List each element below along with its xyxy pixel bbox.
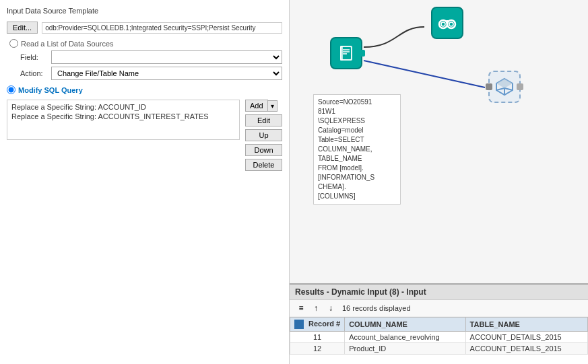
svg-rect-2 — [341, 47, 351, 59]
row-2-column-name: Product_ID — [345, 343, 465, 355]
table-header: Record # COLUMN_NAME TABLE_NAME — [290, 318, 588, 332]
field-select[interactable] — [51, 50, 282, 64]
replace-buttons-row: Replace a Specific String: ACCOUNT_ID Re… — [7, 100, 282, 171]
replace-line-2: Replace a Specific String: ACCOUNTS_INTE… — [11, 112, 235, 120]
up-button[interactable]: Up — [245, 129, 282, 141]
results-toolbar: ≡ ↑ ↓ 16 records displayed — [290, 300, 588, 317]
col-table-name: TABLE_NAME — [465, 318, 587, 332]
svg-point-10 — [441, 22, 445, 26]
action-row: Action: Change File/Table Name — [9, 67, 282, 80]
col-record-icon — [294, 320, 304, 329]
row-1-table-name: ACCOUNT_DETAILS_2015 — [465, 332, 587, 343]
add-button[interactable]: Add — [245, 100, 268, 112]
action-label: Action: — [20, 69, 47, 77]
dynamic-node-left-connector — [486, 83, 492, 90]
read-list-radio[interactable] — [9, 39, 18, 48]
table-body: 11 Account_balance_revolving ACCOUNT_DET… — [290, 332, 588, 355]
tooltip-text: Source=NO2059181W1\SQLEXPRESSCatalog=mod… — [318, 98, 396, 201]
row-1-record: 11 — [290, 332, 345, 343]
sort-asc-icon[interactable]: ↑ — [310, 302, 322, 314]
edit-action-button[interactable]: Edit — [245, 114, 282, 126]
svg-rect-3 — [340, 46, 343, 61]
data-table: Record # COLUMN_NAME TABLE_NAME 11 Accou… — [290, 317, 588, 355]
dynamic-input-node-icon[interactable] — [488, 71, 521, 103]
table-row: 11 Account_balance_revolving ACCOUNT_DET… — [290, 332, 588, 343]
sort-desc-icon[interactable]: ↓ — [325, 302, 337, 314]
dynamic-node-right-connector — [517, 83, 523, 90]
field-label: Field: — [20, 53, 47, 61]
left-panel: Input Data Source Template Edit... odb:P… — [0, 0, 290, 364]
add-btn-row: Add ▾ — [245, 100, 282, 112]
action-select[interactable]: Change File/Table Name — [51, 67, 282, 80]
read-list-section: Read a List of Data Sources Field: Actio… — [7, 39, 282, 80]
row-1-column-name: Account_balance_revolving — [345, 332, 465, 343]
add-dropdown-button[interactable]: ▾ — [268, 100, 277, 112]
modify-radio-row: Modify SQL Query — [7, 85, 282, 94]
field-row: Field: — [9, 50, 282, 64]
svg-rect-9 — [446, 20, 449, 24]
read-list-label: Read a List of Data Sources — [21, 40, 114, 48]
book-node-right-connector — [358, 50, 365, 57]
records-count: 16 records displayed — [342, 304, 411, 312]
modify-label: Modify SQL Query — [18, 86, 83, 94]
section-title: Input Data Source Template — [7, 7, 282, 15]
edit-connection-button[interactable]: Edit... — [7, 22, 38, 34]
main-container: Input Data Source Template Edit... odb:P… — [0, 0, 588, 364]
replace-line-1: Replace a Specific String: ACCOUNT_ID — [11, 103, 235, 111]
col-record: Record # — [290, 318, 345, 332]
row-2-record: 12 — [290, 343, 345, 355]
tooltip-box: Source=NO2059181W1\SQLEXPRESSCatalog=mod… — [313, 94, 401, 205]
svg-marker-13 — [496, 79, 513, 88]
canvas-area: Source=NO2059181W1\SQLEXPRESSCatalog=mod… — [290, 0, 588, 283]
book-node — [330, 37, 362, 69]
delete-button[interactable]: Delete — [245, 159, 282, 171]
right-panel: Source=NO2059181W1\SQLEXPRESSCatalog=mod… — [290, 0, 588, 364]
svg-point-11 — [449, 22, 453, 26]
results-panel: Results - Dynamic Input (8) - Input ≡ ↑ … — [290, 283, 588, 364]
svg-line-15 — [496, 88, 504, 90]
dynamic-input-node — [488, 71, 521, 103]
row-2-table-name: ACCOUNT_DETAILS_2015 — [465, 343, 587, 355]
binoculars-node-icon[interactable] — [431, 7, 463, 39]
col-column-name: COLUMN_NAME — [345, 318, 465, 332]
modify-radio[interactable] — [7, 85, 15, 94]
table-row: 12 Product_ID ACCOUNT_DETAILS_2015 — [290, 343, 588, 355]
read-list-radio-row: Read a List of Data Sources — [9, 39, 282, 48]
results-header: Results - Dynamic Input (8) - Input — [290, 285, 588, 300]
list-view-icon[interactable]: ≡ — [295, 302, 307, 314]
binoculars-node — [431, 7, 463, 39]
connection-string-display: odb:Provider=SQLOLEDB.1;Integrated Secur… — [42, 22, 282, 34]
book-node-icon[interactable] — [330, 37, 362, 69]
action-buttons-col: Add ▾ Edit Up Down Delete — [245, 100, 282, 171]
replace-area: Replace a Specific String: ACCOUNT_ID Re… — [7, 100, 240, 140]
svg-line-16 — [504, 88, 513, 90]
results-table: Record # COLUMN_NAME TABLE_NAME 11 Accou… — [290, 317, 588, 364]
svg-line-0 — [364, 61, 485, 87]
input-row: Edit... odb:Provider=SQLOLEDB.1;Integrat… — [7, 22, 282, 34]
down-button[interactable]: Down — [245, 144, 282, 156]
